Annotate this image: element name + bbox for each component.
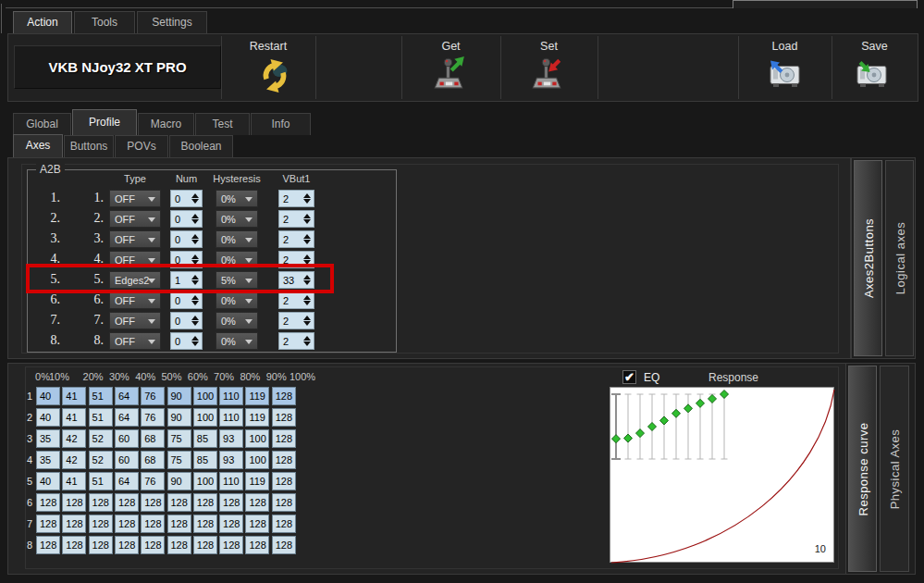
eq-cell[interactable]: 40 [36, 387, 60, 405]
a2b-type-select[interactable]: OFF [109, 312, 161, 329]
side-tab-response-curve[interactable]: Response curve [848, 366, 877, 572]
eq-cell[interactable]: 128 [36, 536, 60, 554]
menu-tab-settings[interactable]: Settings [137, 11, 207, 33]
eq-cell[interactable]: 40 [36, 472, 60, 490]
spinner-down-icon[interactable] [303, 341, 311, 346]
eq-cell[interactable]: 110 [219, 408, 243, 427]
eq-slider-handle[interactable] [672, 409, 681, 417]
eq-cell[interactable]: 41 [62, 387, 86, 405]
a2b-type-select[interactable]: OFF [109, 332, 161, 350]
eq-cell[interactable]: 128 [272, 408, 296, 427]
tab-test[interactable]: Test [195, 113, 250, 135]
eq-cell[interactable]: 128 [36, 493, 60, 512]
spinner-down-icon[interactable] [191, 321, 199, 326]
tab-boolean[interactable]: Boolean [169, 135, 233, 157]
eq-cell[interactable]: 128 [62, 536, 86, 554]
spinner-up-icon[interactable] [191, 214, 199, 218]
spinner-up-icon[interactable] [191, 193, 199, 198]
eq-cell[interactable]: 85 [193, 451, 217, 469]
eq-cell[interactable]: 85 [193, 429, 217, 448]
eq-cell[interactable]: 128 [272, 472, 296, 490]
spinner-down-icon[interactable] [191, 240, 199, 244]
eq-slider-handle[interactable] [696, 399, 705, 407]
tab-global[interactable]: Global [13, 113, 71, 135]
spinner-down-icon[interactable] [303, 240, 311, 244]
eq-cell[interactable]: 64 [115, 472, 139, 490]
eq-cell[interactable]: 128 [167, 515, 191, 533]
eq-cell[interactable]: 60 [115, 429, 139, 448]
eq-cell[interactable]: 119 [245, 387, 269, 405]
eq-cell[interactable]: 128 [36, 515, 60, 533]
spinner-down-icon[interactable] [303, 301, 311, 305]
spinner-up-icon[interactable] [191, 234, 199, 239]
eq-cell[interactable]: 128 [193, 493, 217, 512]
eq-cell[interactable]: 128 [115, 536, 139, 554]
a2b-num-spinner[interactable]: 0 [170, 230, 203, 248]
a2b-vbut1-spinner[interactable]: 2 [278, 210, 314, 228]
tab-axes[interactable]: Axes [13, 134, 63, 157]
side-tab-logical-axes[interactable]: Logical axes [885, 160, 914, 356]
eq-cell[interactable]: 41 [62, 408, 86, 427]
eq-cell[interactable]: 128 [272, 493, 296, 512]
eq-cell[interactable]: 90 [167, 387, 191, 405]
eq-cell[interactable]: 110 [219, 387, 243, 405]
eq-slider-handle[interactable] [612, 435, 621, 443]
eq-cell[interactable]: 76 [141, 472, 165, 490]
a2b-type-select[interactable]: OFF [109, 292, 161, 309]
eq-cell[interactable]: 35 [36, 451, 60, 469]
a2b-vbut1-spinner[interactable]: 2 [278, 190, 314, 207]
a2b-num-spinner[interactable]: 0 [170, 190, 203, 207]
eq-cell[interactable]: 128 [89, 536, 113, 554]
eq-cell[interactable]: 52 [89, 451, 113, 469]
a2b-hysteresis-select[interactable]: 0% [216, 312, 258, 329]
eq-cell[interactable]: 68 [141, 451, 165, 469]
spinner-up-icon[interactable] [191, 336, 199, 341]
eq-cell[interactable]: 64 [115, 387, 139, 405]
eq-cell[interactable]: 128 [219, 536, 243, 554]
eq-cell[interactable]: 128 [141, 515, 165, 533]
spinner-up-icon[interactable] [303, 316, 311, 320]
eq-slider-handle[interactable] [684, 404, 693, 413]
eq-cell[interactable]: 40 [36, 408, 60, 427]
eq-cell[interactable]: 110 [219, 472, 243, 490]
eq-cell[interactable]: 128 [141, 536, 165, 554]
eq-cell[interactable]: 93 [219, 451, 243, 469]
spinner-up-icon[interactable] [191, 316, 199, 320]
eq-cell[interactable]: 51 [89, 387, 113, 405]
eq-cell[interactable]: 128 [115, 493, 139, 512]
spinner-down-icon[interactable] [191, 199, 199, 204]
spinner-down-icon[interactable] [303, 199, 311, 204]
eq-cell[interactable]: 76 [141, 387, 165, 405]
tab-profile[interactable]: Profile [72, 109, 137, 135]
eq-cell[interactable]: 128 [89, 515, 113, 533]
eq-cell[interactable]: 128 [167, 493, 191, 512]
eq-slider-handle[interactable] [636, 429, 645, 438]
a2b-type-select[interactable]: OFF [109, 190, 161, 207]
eq-cell[interactable]: 128 [272, 387, 296, 405]
eq-cell[interactable]: 76 [141, 408, 165, 427]
a2b-num-spinner[interactable]: 0 [170, 210, 203, 228]
eq-cell[interactable]: 52 [89, 429, 113, 448]
side-tab-axes2buttons[interactable]: Axes2Buttons [854, 160, 882, 356]
tab-buttons[interactable]: Buttons [64, 135, 114, 157]
eq-slider-handle[interactable] [660, 416, 669, 425]
a2b-hysteresis-select[interactable]: 0% [216, 190, 258, 207]
a2b-vbut1-spinner[interactable]: 2 [278, 332, 314, 350]
a2b-hysteresis-select[interactable]: 0% [216, 230, 258, 248]
spinner-up-icon[interactable] [191, 254, 199, 259]
eq-cell[interactable]: 128 [193, 536, 217, 554]
eq-cell[interactable]: 128 [115, 515, 139, 533]
eq-cell[interactable]: 64 [115, 408, 139, 427]
a2b-type-select[interactable]: OFF [109, 230, 161, 248]
eq-cell[interactable]: 100 [193, 472, 217, 490]
eq-slider-handle[interactable] [624, 434, 633, 442]
menu-tab-tools[interactable]: Tools [74, 11, 135, 33]
a2b-num-spinner[interactable]: 0 [170, 292, 203, 309]
eq-cell[interactable]: 100 [193, 408, 217, 427]
eq-cell[interactable]: 90 [167, 408, 191, 427]
eq-cell[interactable]: 100 [245, 451, 269, 469]
eq-cell[interactable]: 93 [219, 429, 243, 448]
eq-cell[interactable]: 128 [272, 429, 296, 448]
a2b-type-select[interactable]: OFF [109, 210, 161, 228]
eq-cell[interactable]: 128 [272, 515, 296, 533]
